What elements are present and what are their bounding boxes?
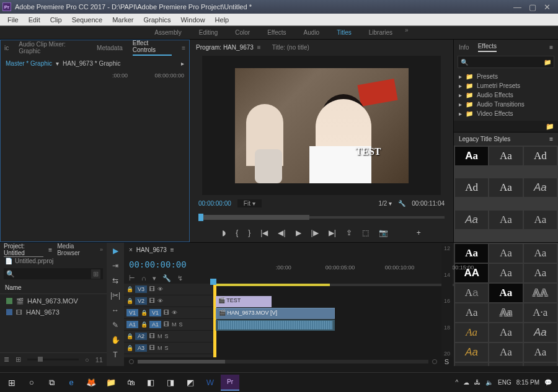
title-style-swatch[interactable]: Aa <box>489 211 522 229</box>
panel-menu-icon[interactable]: ≡ <box>257 44 261 51</box>
pen-tool-icon[interactable]: ✎ <box>112 321 118 329</box>
step-forward-icon[interactable]: |▶ <box>311 229 319 237</box>
menu-help[interactable]: Help <box>210 15 234 25</box>
timeline-track-area[interactable]: 🎬 TEST 🎬 HAN_9673.MOV [V] <box>216 284 454 357</box>
menu-window[interactable]: Window <box>175 15 210 25</box>
timeline-sequence-tab[interactable]: HAN_9673 <box>136 246 167 253</box>
sort-icon[interactable]: ○ <box>85 356 89 364</box>
track-header-a2[interactable]: 🔒A2🎞MS <box>124 331 216 342</box>
tab-effects[interactable]: Effects <box>478 43 497 52</box>
clock[interactable]: 8:15 PM <box>516 379 539 386</box>
program-scrubber[interactable] <box>198 211 445 222</box>
project-item[interactable]: 🎞 HAN_9673 <box>4 307 103 318</box>
razor-tool-icon[interactable]: |✂| <box>110 291 120 300</box>
workspace-color[interactable]: Color <box>226 27 259 38</box>
effects-folder-audio-transitions[interactable]: ▸📁Audio Transitions <box>459 100 553 109</box>
tab-project[interactable]: Project: Untitled <box>4 243 43 257</box>
title-style-swatch[interactable]: Aa <box>455 244 488 263</box>
add-marker-icon[interactable]: ◗ <box>222 229 226 237</box>
project-column-name[interactable]: Name <box>0 282 107 294</box>
firefox-icon[interactable]: 🦊 <box>82 375 100 391</box>
effects-folder-presets[interactable]: ▸📁Presets <box>459 72 553 81</box>
network-icon[interactable]: 🖧 <box>474 379 480 386</box>
effects-folder-video-effects[interactable]: ▸📁Video Effects <box>459 109 553 118</box>
title-style-swatch[interactable]: Aa <box>524 343 557 362</box>
panel-menu-icon[interactable]: ≡ <box>170 246 174 253</box>
minimize-button[interactable]: — <box>513 2 521 12</box>
zoom-in-icon[interactable] <box>432 359 437 364</box>
title-style-swatch[interactable]: Aa <box>524 178 557 197</box>
effects-folder-lumetri[interactable]: ▸📁Lumetri Presets <box>459 81 553 90</box>
go-to-in-icon[interactable]: |◀ <box>260 229 268 237</box>
tab-audio-mixer[interactable]: Audio Clip Mixer: Graphic <box>19 41 87 54</box>
track-height-icon[interactable]: S <box>445 358 449 365</box>
title-style-swatch[interactable]: Aa <box>489 178 522 197</box>
explorer-icon[interactable]: 📁 <box>102 375 120 391</box>
settings-icon[interactable]: 🔧 <box>162 274 171 282</box>
effects-folder-audio-effects[interactable]: ▸📁Audio Effects <box>459 90 553 100</box>
effects-search-input[interactable]: 🔍 📁 <box>458 56 554 68</box>
go-to-out-icon[interactable]: ▶| <box>329 229 336 237</box>
wrench-icon[interactable]: ↯ <box>177 274 183 282</box>
title-style-swatch[interactable]: Aa <box>524 211 557 229</box>
language-indicator[interactable]: ENG <box>498 379 512 386</box>
title-style-swatch[interactable]: Aa <box>524 244 557 263</box>
title-style-swatch[interactable]: Aa <box>455 147 488 165</box>
track-header-a3[interactable]: 🔒A3🎞MS <box>124 342 216 354</box>
timeline-scroll[interactable]: S <box>124 357 454 366</box>
extract-icon[interactable]: ⬚ <box>362 229 369 237</box>
workspace-audio[interactable]: Audio <box>295 27 329 38</box>
find-icon[interactable]: 11 <box>95 356 103 364</box>
panel-menu-icon[interactable]: ≡ <box>48 246 52 253</box>
title-style-swatch[interactable]: Aa <box>524 363 557 366</box>
track-select-tool-icon[interactable]: ⇥ <box>112 261 118 270</box>
track-header-v3[interactable]: 🔒V3🎞👁 <box>124 284 216 295</box>
tab-info[interactable]: Info <box>459 44 469 51</box>
volume-icon[interactable]: 🔈 <box>485 379 493 386</box>
title-style-swatch[interactable]: Aa <box>455 343 488 362</box>
tab-media-browser[interactable]: Media Browser <box>57 243 95 256</box>
taskbar-app-icon[interactable]: ◧ <box>141 375 160 391</box>
tab-metadata[interactable]: Metadata <box>97 45 123 51</box>
mark-out-icon[interactable]: } <box>248 229 250 237</box>
title-style-swatch[interactable]: Ad <box>455 178 488 197</box>
edge-icon[interactable]: e <box>62 375 81 391</box>
tray-overflow-icon[interactable]: ^ <box>455 379 458 386</box>
cortana-icon[interactable]: ○ <box>22 375 41 391</box>
title-style-swatch[interactable]: Aa <box>489 147 522 165</box>
title-style-swatch[interactable]: Aa <box>524 264 557 282</box>
panel-menu-icon[interactable]: ≡ <box>549 44 553 51</box>
taskbar-app-icon[interactable]: ◩ <box>181 375 200 391</box>
ripple-edit-tool-icon[interactable]: ⇆ <box>112 276 118 285</box>
ec-playhead-icon[interactable]: ▸ <box>181 60 184 67</box>
lift-icon[interactable]: ⇪ <box>346 229 352 237</box>
program-zoom-fit[interactable]: Fit ▾ <box>237 199 262 207</box>
track-header-v1[interactable]: V1🔒V1🎞👁 <box>124 307 216 319</box>
menu-file[interactable]: File <box>2 15 24 25</box>
workspace-titles[interactable]: Titles <box>328 27 360 38</box>
settings-icon[interactable]: 🔧 <box>398 200 405 207</box>
chevron-down-icon[interactable]: ▾ <box>56 60 59 67</box>
hand-tool-icon[interactable]: ✋ <box>111 336 120 344</box>
title-style-swatch[interactable]: Aa <box>489 343 522 362</box>
track-header-v2[interactable]: 🔒V2🎞👁 <box>124 295 216 307</box>
workspace-editing[interactable]: Editing <box>190 27 227 38</box>
track-header-a1[interactable]: A1🔒A1🎞MS <box>124 319 216 331</box>
timeline-clip-title[interactable]: 🎬 TEST <box>216 296 272 307</box>
menu-clip[interactable]: Clip <box>45 15 67 25</box>
task-view-icon[interactable]: ⧉ <box>42 375 61 391</box>
overflow-icon[interactable]: » <box>100 246 103 253</box>
title-style-swatch[interactable]: Aa <box>489 264 522 282</box>
maximize-button[interactable]: ▢ <box>529 2 536 12</box>
title-style-swatch[interactable]: Aa <box>455 284 488 302</box>
program-monitor[interactable]: TEST <box>202 56 441 195</box>
button-editor-icon[interactable]: + <box>417 229 421 237</box>
linked-selection-icon[interactable]: ∩ <box>141 274 146 282</box>
title-style-swatch[interactable]: A·a <box>524 303 557 322</box>
title-style-swatch[interactable]: Aa <box>489 284 522 302</box>
zoom-out-icon[interactable] <box>129 359 134 364</box>
store-icon[interactable]: 🛍 <box>122 375 140 391</box>
menu-edit[interactable]: Edit <box>24 15 45 25</box>
title-style-swatch[interactable]: AA <box>524 284 557 302</box>
thumbnail-size-slider[interactable] <box>27 359 79 360</box>
